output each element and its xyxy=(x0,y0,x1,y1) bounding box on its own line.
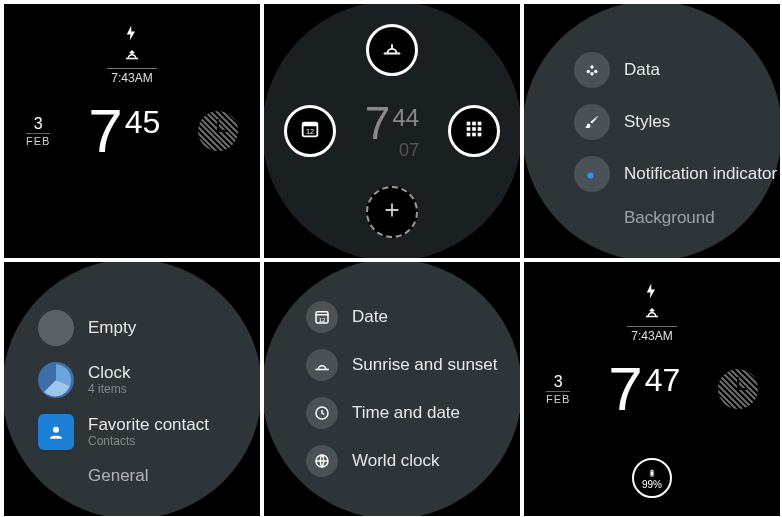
svg-text:12: 12 xyxy=(306,127,314,136)
complication-slot-top[interactable] xyxy=(366,24,418,76)
svg-rect-10 xyxy=(472,133,476,137)
empty-circle-icon xyxy=(38,310,74,346)
menu-label: Clock xyxy=(88,363,131,383)
menu-item-notification-indicator[interactable]: Notification indicator xyxy=(574,148,780,200)
contacts-app-icon xyxy=(38,414,74,450)
alarm-complication[interactable] xyxy=(718,369,758,409)
svg-rect-5 xyxy=(478,122,482,126)
data-icon xyxy=(574,52,610,88)
menu-label: Data xyxy=(624,60,660,80)
watchface-screen-initial: 7:43AM 3 FEB 7 45 xyxy=(4,4,260,258)
sunrise-icon xyxy=(306,349,338,381)
svg-rect-9 xyxy=(467,133,471,137)
svg-rect-24 xyxy=(651,471,653,475)
date-day: 3 xyxy=(26,115,50,133)
sunrise-time-label: 7:43AM xyxy=(627,326,677,343)
complication-slot-right[interactable] xyxy=(448,105,500,157)
notification-dot-icon xyxy=(574,156,610,192)
sunrise-complication[interactable]: 7:43AM xyxy=(107,24,157,85)
clock-app-icon xyxy=(38,362,74,398)
svg-point-13 xyxy=(587,70,590,73)
sunrise-icon xyxy=(107,45,157,66)
svg-rect-7 xyxy=(472,127,476,131)
svg-rect-11 xyxy=(478,133,482,137)
svg-rect-3 xyxy=(467,122,471,126)
menu-item-clock[interactable]: Clock 4 items xyxy=(38,354,260,406)
battery-complication[interactable]: 99% xyxy=(632,458,672,498)
menu-item-background[interactable]: Background xyxy=(574,200,780,236)
menu-item-favorite-contact[interactable]: Favorite contact Contacts xyxy=(38,406,260,458)
menu-label: Time and date xyxy=(352,403,460,423)
battery-icon xyxy=(647,467,657,479)
svg-point-17 xyxy=(53,427,59,433)
time-minute: 47 xyxy=(645,364,681,396)
sunrise-complication[interactable]: 7:43AM xyxy=(627,282,677,343)
menu-label: World clock xyxy=(352,451,440,471)
date-day: 3 xyxy=(546,373,570,391)
date-month: FEB xyxy=(26,133,50,147)
menu-item-general[interactable]: General xyxy=(38,458,260,494)
menu-item-world-clock[interactable]: World clock xyxy=(306,437,520,485)
menu-item-date[interactable]: 12 Date xyxy=(306,293,520,341)
plus-icon xyxy=(381,199,403,225)
menu-label: Background xyxy=(624,208,715,228)
watchface-screen-with-battery: 7:43AM 3 FEB 7 47 99% xyxy=(524,262,780,516)
sunrise-icon xyxy=(627,303,677,324)
menu-label: Empty xyxy=(88,318,136,338)
menu-item-time-and-date[interactable]: Time and date xyxy=(306,389,520,437)
time-hour: 7 xyxy=(608,358,642,420)
clock-icon xyxy=(306,397,338,429)
date-complication[interactable]: 3 FEB xyxy=(26,115,50,148)
menu-item-styles[interactable]: Styles xyxy=(574,96,780,148)
menu-sublabel: Contacts xyxy=(88,435,209,449)
battery-percent: 99% xyxy=(642,479,662,490)
menu-label: Sunrise and sunset xyxy=(352,355,498,375)
svg-rect-6 xyxy=(467,127,471,131)
complication-provider-screen: Empty Clock 4 items Favorite contact Con… xyxy=(4,262,260,516)
sunrise-icon xyxy=(381,37,403,63)
lightning-icon xyxy=(107,24,157,45)
sunrise-time-label: 7:43AM xyxy=(107,68,157,85)
brush-icon xyxy=(574,104,610,140)
menu-item-data[interactable]: Data xyxy=(574,44,780,96)
clock-complication-submenu-screen: 12 Date Sunrise and sunset Time and date xyxy=(264,262,520,516)
calendar-icon: 12 xyxy=(306,301,338,333)
menu-item-sunrise-sunset[interactable]: Sunrise and sunset xyxy=(306,341,520,389)
globe-icon xyxy=(306,445,338,477)
menu-label: Styles xyxy=(624,112,670,132)
time-display: 7 45 xyxy=(88,100,160,162)
editor-time-preview: 7 44 07 xyxy=(365,103,419,159)
menu-label: General xyxy=(88,466,148,486)
svg-point-15 xyxy=(590,72,593,75)
apps-grid-icon xyxy=(463,118,485,144)
svg-point-12 xyxy=(590,65,593,68)
alarm-complication[interactable] xyxy=(198,111,238,151)
menu-sublabel: 4 items xyxy=(88,383,131,397)
menu-item-empty[interactable]: Empty xyxy=(38,302,260,354)
date-month: FEB xyxy=(546,391,570,405)
svg-rect-8 xyxy=(478,127,482,131)
lightning-icon xyxy=(627,282,677,303)
menu-label: Date xyxy=(352,307,388,327)
complication-slot-bottom-empty[interactable] xyxy=(366,186,418,238)
svg-point-14 xyxy=(594,70,597,73)
time-minute: 45 xyxy=(125,106,161,138)
complication-editor-screen: 12 7 44 07 xyxy=(264,4,520,258)
complication-slot-left[interactable]: 12 xyxy=(284,105,336,157)
date-complication[interactable]: 3 FEB xyxy=(546,373,570,406)
svg-point-16 xyxy=(588,173,594,179)
time-display: 7 47 xyxy=(608,358,680,420)
svg-rect-4 xyxy=(472,122,476,126)
calendar-icon: 12 xyxy=(299,118,321,144)
menu-label: Favorite contact xyxy=(88,415,209,435)
watchface-settings-screen: Data Styles Notification indicator Backg… xyxy=(524,4,780,258)
svg-rect-23 xyxy=(651,469,653,470)
svg-text:12: 12 xyxy=(319,317,326,323)
menu-label: Notification indicator xyxy=(624,164,777,184)
time-hour: 7 xyxy=(88,100,122,162)
